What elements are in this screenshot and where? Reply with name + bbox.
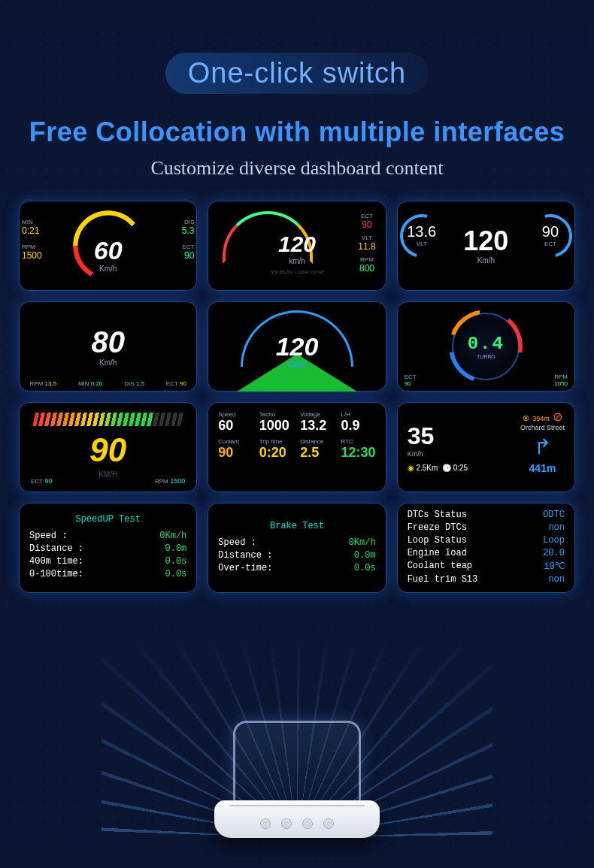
dashboard-tile-6[interactable]: 0.4 TURBO ECT90 RPM1050 <box>397 301 575 392</box>
no-entry-icon: ⊘ <box>553 410 562 423</box>
dashboard-tile-diagnostics[interactable]: DTCs StatusODTCFreeze DTCsnonLoop Status… <box>397 503 575 593</box>
tile-grid: MIN 0:21 RPM 1500 60 Km/h DIS 5.3 ECT 90… <box>19 201 575 593</box>
hud-device <box>211 721 383 838</box>
dashboard-tile-brake-test[interactable]: Brake Test Speed :0Km/hDistance :0.0mOve… <box>208 503 386 593</box>
t9-nav: ⦿ 394m ⊘ Orchard Street ↱ 441m <box>520 410 565 474</box>
t7-bottom: ECT 90 RPM 1500 <box>19 477 197 485</box>
marker-icon: ⦿ <box>523 415 529 422</box>
t1-speed: 60 <box>67 237 150 263</box>
header: One-click switch Free Collocation with m… <box>0 0 594 180</box>
device-stage <box>0 620 594 868</box>
dashboard-tile-1[interactable]: MIN 0:21 RPM 1500 60 Km/h DIS 5.3 ECT 90 <box>19 201 197 291</box>
pin-icon: ◉ <box>408 464 414 472</box>
t3-vlt: 13.6VLT <box>402 223 442 247</box>
t10-title: SpeedUP Test <box>29 514 186 525</box>
t6-rpm: RPM1050 <box>554 374 568 387</box>
t5-speed: 120 KM/H <box>276 334 319 369</box>
t8-data-grid: Speed60Tacho1000Voltage13.2L/H0.9Coolant… <box>214 408 380 464</box>
t1-right-stats: DIS 5.3 ECT 90 <box>164 219 194 261</box>
t10-rows: Speed :0Km/hDistance :0.0m400m time:0.0s… <box>29 531 186 582</box>
subtitle: Customize diverse dashboard content <box>0 157 594 180</box>
t3-ect: 90ECT <box>530 223 571 247</box>
t6-ect: ECT90 <box>405 374 417 387</box>
t2-right-stats: ECT90 VLT11.8 RPM800 <box>358 211 375 277</box>
dashboard-tile-speedup-test[interactable]: SpeedUP Test Speed :0Km/hDistance :0.0m4… <box>19 503 197 593</box>
device-screen <box>233 721 361 803</box>
clock-icon: 🕓 <box>442 464 451 472</box>
device-base <box>214 800 380 838</box>
dashboard-tile-7[interactable]: 90 KM/H ECT 90 RPM 1500 <box>19 402 197 492</box>
t9-left: 35 Km/h ◉ 2.5Km 🕓 0:25 <box>408 422 468 472</box>
t4-speed: 80 <box>91 327 125 357</box>
dashboard-tile-9[interactable]: 35 Km/h ◉ 2.5Km 🕓 0:25 ⦿ 394m ⊘ Orchard … <box>397 402 575 492</box>
t12-rows: DTCs StatusODTCFreeze DTCsnonLoop Status… <box>408 510 565 587</box>
t7-speed: 90 <box>89 431 126 469</box>
t1-left-stats: MIN 0:21 RPM 1500 <box>22 219 52 261</box>
device-button-1[interactable] <box>260 818 271 829</box>
title: Free Collocation with multiple interface… <box>0 116 594 148</box>
device-button-3[interactable] <box>302 818 313 829</box>
badge: One-click switch <box>165 53 429 94</box>
t4-bottom-row: RPM 13.5MIN 0:20DIS 1.5ECT 90 <box>19 380 197 387</box>
t11-rows: Speed :0Km/hDistance :0.0mOver-time:0.0s <box>218 537 375 576</box>
t3-speed: 120 Km/h <box>463 228 508 265</box>
turn-arrow-icon: ↱ <box>520 434 565 459</box>
dashboard-tile-8[interactable]: Speed60Tacho1000Voltage13.2L/H0.9Coolant… <box>208 402 386 492</box>
device-button-2[interactable] <box>281 818 292 829</box>
t2-speed-block: 120 km/h S56.8825N 11359C.00748 <box>248 233 346 274</box>
turbo-dial: 0.4 TURBO <box>452 313 520 380</box>
dashboard-tile-3[interactable]: 13.6VLT 120 Km/h 90ECT <box>397 201 575 291</box>
t11-title: Brake Test <box>218 521 375 531</box>
t1-gauge: 60 Km/h <box>67 204 150 287</box>
dashboard-tile-4[interactable]: 80 Km/h RPM 13.5MIN 0:20DIS 1.5ECT 90 <box>19 301 197 392</box>
dashboard-tile-5[interactable]: 120 KM/H <box>208 301 386 392</box>
device-button-4[interactable] <box>323 818 334 829</box>
dashboard-tile-2[interactable]: 120 km/h S56.8825N 11359C.00748 ECT90 VL… <box>208 201 386 291</box>
t7-bar-graph <box>32 413 183 426</box>
